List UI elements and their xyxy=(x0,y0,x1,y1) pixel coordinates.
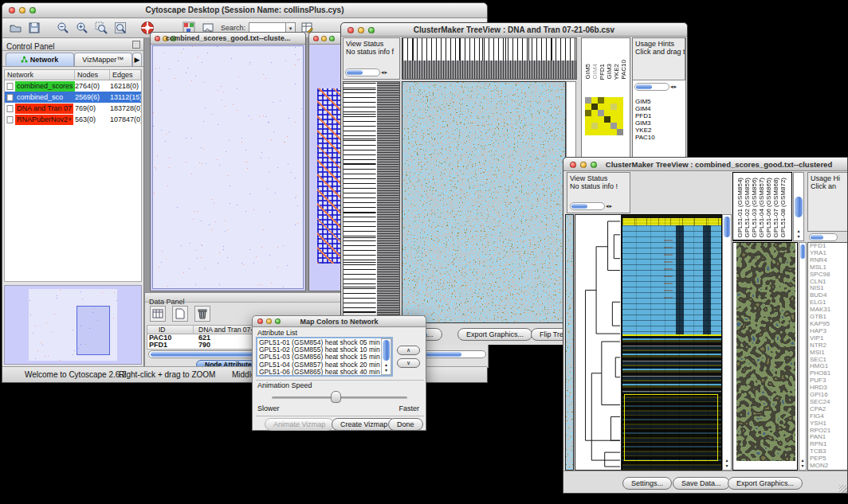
tv2-zoom-vscrollbar[interactable]: ▴▾ xyxy=(799,242,807,471)
tv2-row-dendrogram[interactable] xyxy=(575,214,622,471)
tab-network[interactable]: Network xyxy=(6,53,74,66)
done-button[interactable]: Done xyxy=(388,418,423,431)
network-nodes: 563(0) xyxy=(75,115,110,125)
tv1-column-label[interactable]: PFD1 xyxy=(599,64,606,80)
zoom-fit-icon[interactable] xyxy=(112,20,128,36)
network-row[interactable]: combined_sco 2569(6) 13112(15) xyxy=(5,92,141,103)
overview-viewport-rect[interactable] xyxy=(77,306,110,355)
tv1-column-label[interactable]: PAC10 xyxy=(620,60,627,80)
network-row[interactable]: RNAPuberNov2+ 563(0) 107847(0) xyxy=(5,114,141,125)
tv2-labels-vscrollbar[interactable]: ▴▾ xyxy=(793,172,804,241)
dialog-title: Map Colors to Network xyxy=(253,318,426,326)
network1-titlebar[interactable]: combined_scores_good.txt--cluste... xyxy=(151,33,305,45)
tv2-status-scrollbar[interactable]: ◂▸ xyxy=(570,202,612,210)
treeview2-titlebar[interactable]: ClusterMaker TreeView : combined_scores_… xyxy=(563,158,847,171)
new-document-icon[interactable] xyxy=(172,306,188,322)
network-name: combined_scores xyxy=(15,81,75,92)
tv2-settings-button[interactable]: Settings... xyxy=(622,477,672,490)
tv1-heatmap[interactable] xyxy=(402,81,566,323)
control-panel: Control Panel Network VizMapper™ ▶ Netwo… xyxy=(2,38,144,366)
tv1-column-label[interactable]: YKE2 xyxy=(613,64,620,80)
dialog-titlebar[interactable]: Map Colors to Network xyxy=(253,316,426,327)
speed-slider-thumb[interactable] xyxy=(331,391,341,403)
tv2-export-graphics-button[interactable]: Export Graphics... xyxy=(728,477,803,490)
tv1-view-status-text: No status info f xyxy=(346,48,394,56)
minimize-button[interactable] xyxy=(580,162,587,168)
tv1-export-graphics-button[interactable]: Export Graphics... xyxy=(457,328,532,341)
data-row-id: PFD1 xyxy=(147,342,194,349)
status-zoom-hint: Right-click + drag to ZOOM xyxy=(119,370,215,379)
treeview1-title: ClusterMaker TreeView : DNA and Tran 07-… xyxy=(341,25,687,34)
network-canvas[interactable] xyxy=(152,45,304,289)
zoom-out-icon[interactable] xyxy=(55,20,71,36)
resize-grip[interactable] xyxy=(839,485,848,494)
move-up-button[interactable]: ∧ xyxy=(397,346,420,355)
tv1-column-label[interactable]: GIM4 xyxy=(591,64,599,80)
close-button[interactable] xyxy=(570,162,576,168)
tv2-column-labels: GPL51-01 (GSM854)GPL51-02 (GSM855)GPL51-… xyxy=(732,172,792,241)
treeview2-window: ClusterMaker TreeView : combined_scores_… xyxy=(563,157,848,494)
tv1-gene-item[interactable]: PAC10 xyxy=(634,135,655,142)
tv2-zoom-heatmap[interactable] xyxy=(736,243,795,461)
main-titlebar[interactable]: Cytoscape Desktop (Session Name: collins… xyxy=(2,3,487,18)
tv2-zoom-panel xyxy=(732,242,798,471)
tv2-gene-item[interactable]: MON2 xyxy=(808,463,848,470)
tv1-correlation-matrix[interactable] xyxy=(585,97,623,135)
overview-network-thumbnail xyxy=(5,286,141,364)
tv1-usage-title: Usage Hints xyxy=(635,40,674,48)
network-name: DNA and Tran 07 xyxy=(15,104,73,114)
tv1-column-labels: GIM5GIM4PFD1GIM3YKE2PAC10 xyxy=(583,38,629,80)
minimize-button[interactable] xyxy=(321,36,327,41)
open-file-icon[interactable] xyxy=(7,20,23,36)
attribute-list-vscrollbar[interactable]: ▴▾ xyxy=(381,338,391,375)
treeview2-title: ClusterMaker TreeView : combined_scores_… xyxy=(591,160,847,169)
tv1-gene-list[interactable]: GIM5GIM4PFD1GIM3YKE2PAC10 xyxy=(634,99,655,141)
network-doc-icon xyxy=(6,83,14,90)
network-edges: 107847(0) xyxy=(110,115,141,125)
tv2-column-label[interactable]: GPL51-02 (GSM855) xyxy=(744,178,751,238)
attribute-listbox[interactable]: GPL51-01 (GSM854) heat shock 05 minGPL51… xyxy=(256,337,393,377)
animate-vizmap-button[interactable]: Animate Vizmap xyxy=(265,418,334,431)
tv2-column-label[interactable]: GPL51-06 (GSM865) xyxy=(765,178,772,238)
network-edges: 16218(0) xyxy=(110,81,141,92)
tv2-usage-scrollbar[interactable] xyxy=(809,233,838,241)
tv2-column-label[interactable]: GPL51-01 (GSM854) xyxy=(736,178,744,238)
create-vizmap-button[interactable]: Create Vizmap xyxy=(332,418,396,431)
trash-icon[interactable] xyxy=(194,306,210,322)
control-panel-title: Control Panel xyxy=(2,42,55,51)
tv2-usage-hints-panel: Usage Hi Click an xyxy=(807,172,848,232)
move-down-button[interactable]: ∨ xyxy=(397,358,420,368)
tv1-row-dendrogram[interactable] xyxy=(343,81,400,323)
tv2-save-data-button[interactable]: Save Data... xyxy=(673,477,730,490)
float-panel-icon[interactable] xyxy=(132,41,140,49)
tab-overflow-arrow[interactable]: ▶ xyxy=(132,53,142,66)
tv2-heatmap[interactable] xyxy=(622,214,722,471)
tv2-vscrollbar[interactable]: ▴▾ xyxy=(722,214,732,471)
network-nodes: 769(0) xyxy=(75,104,110,114)
network-row[interactable]: combined_scores 2764(0) 16218(0) xyxy=(5,80,141,92)
tv2-column-label[interactable]: GPL51-03 (GSM856) xyxy=(751,178,758,238)
save-icon[interactable] xyxy=(26,20,42,36)
zoom-selected-icon[interactable] xyxy=(93,20,109,36)
tv2-column-label[interactable]: GPL51-07 (GSM868) xyxy=(772,178,779,238)
tv2-view-status-panel: View Status No status info ! ◂▸ xyxy=(567,172,630,213)
tv1-column-dendrogram[interactable] xyxy=(402,37,577,80)
network-nodes: 2764(0) xyxy=(75,81,110,92)
tv2-gene-list[interactable]: PFD1YRA1RNR4MSL1SPC98CLN1NIS1BUD4ELG1MAK… xyxy=(807,242,848,471)
tab-vizmapper[interactable]: VizMapper™ xyxy=(74,53,133,66)
network-row[interactable]: DNA and Tran 07 769(0) 183728(0) xyxy=(5,103,141,114)
network-overview[interactable] xyxy=(4,285,142,365)
tv1-column-label[interactable]: GIM3 xyxy=(606,64,613,80)
zoom-in-icon[interactable] xyxy=(74,20,90,36)
treeview1-titlebar[interactable]: ClusterMaker TreeView : DNA and Tran 07-… xyxy=(341,23,687,37)
zoom-button[interactable] xyxy=(329,36,335,41)
table-icon[interactable] xyxy=(150,306,166,322)
tv1-column-label[interactable]: GIM5 xyxy=(584,64,591,80)
attribute-item[interactable]: GPL51-07 (GSM868) heat shock 60 min xyxy=(259,376,390,377)
close-button[interactable] xyxy=(313,36,319,41)
tv2-column-label[interactable]: GPL51-08 (GSM872) xyxy=(779,178,787,238)
tv1-usage-scrollbar[interactable]: ◂▸ xyxy=(634,83,677,91)
tv2-global-view-strip[interactable] xyxy=(565,214,574,471)
tv1-status-scrollbar[interactable]: ◂▸ xyxy=(345,68,387,76)
tv2-column-label[interactable]: GPL51-04 (GSM857) xyxy=(758,178,765,238)
